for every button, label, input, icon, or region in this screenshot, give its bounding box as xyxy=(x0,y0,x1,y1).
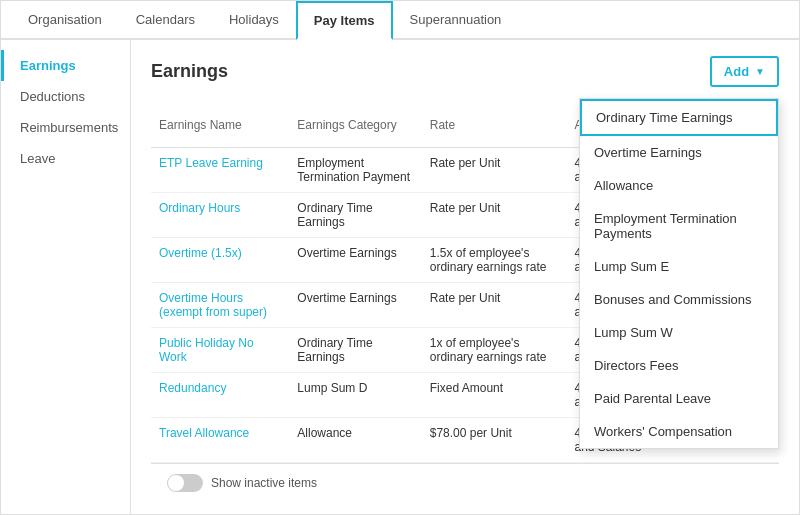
dropdown-item-lump-sum-w[interactable]: Lump Sum W xyxy=(580,316,778,349)
dropdown-item-bonuses-commissions[interactable]: Bonuses and Commissions xyxy=(580,283,778,316)
col-header-2: Rate xyxy=(422,103,567,148)
row-4-rate: 1x of employee's ordinary earnings rate xyxy=(422,328,567,373)
row-3-rate: Rate per Unit xyxy=(422,283,567,328)
content-header: Earnings Add ▼ Ordinary Time EarningsOve… xyxy=(151,56,779,87)
show-inactive-toggle[interactable] xyxy=(167,474,203,492)
row-6-category: Allowance xyxy=(289,418,421,463)
footer: Show inactive items xyxy=(151,463,779,502)
sidebar-item-earnings[interactable]: Earnings xyxy=(1,50,130,81)
add-button-wrapper: Add ▼ Ordinary Time EarningsOvertime Ear… xyxy=(710,56,779,87)
dropdown-item-lump-sum-e[interactable]: Lump Sum E xyxy=(580,250,778,283)
row-0-name[interactable]: ETP Leave Earning xyxy=(151,148,289,193)
top-nav-tab-organisation[interactable]: Organisation xyxy=(11,1,119,40)
app-container: OrganisationCalendarsHolidaysPay ItemsSu… xyxy=(0,0,800,515)
row-0-category: Employment Termination Payment xyxy=(289,148,421,193)
sidebar: EarningsDeductionsReimbursementsLeave xyxy=(1,40,131,514)
add-button[interactable]: Add ▼ xyxy=(710,56,779,87)
top-nav-tab-calendars[interactable]: Calendars xyxy=(119,1,212,40)
row-3-category: Overtime Earnings xyxy=(289,283,421,328)
page-title: Earnings xyxy=(151,61,228,82)
sidebar-item-deductions[interactable]: Deductions xyxy=(1,81,130,112)
row-6-rate: $78.00 per Unit xyxy=(422,418,567,463)
top-nav: OrganisationCalendarsHolidaysPay ItemsSu… xyxy=(1,1,799,40)
row-5-name[interactable]: Redundancy xyxy=(151,373,289,418)
dropdown-item-employment-termination[interactable]: Employment Termination Payments xyxy=(580,202,778,250)
dropdown-item-workers-compensation[interactable]: Workers' Compensation xyxy=(580,415,778,448)
row-2-category: Overtime Earnings xyxy=(289,238,421,283)
row-6-name[interactable]: Travel Allowance xyxy=(151,418,289,463)
row-5-category: Lump Sum D xyxy=(289,373,421,418)
row-1-name[interactable]: Ordinary Hours xyxy=(151,193,289,238)
row-4-category: Ordinary Time Earnings xyxy=(289,328,421,373)
row-2-rate: 1.5x of employee's ordinary earnings rat… xyxy=(422,238,567,283)
row-3-name[interactable]: Overtime Hours (exempt from super) xyxy=(151,283,289,328)
top-nav-tab-superannuation[interactable]: Superannuation xyxy=(393,1,519,40)
dropdown-item-ordinary-time-earnings[interactable]: Ordinary Time Earnings xyxy=(580,99,778,136)
top-nav-tab-pay-items[interactable]: Pay Items xyxy=(296,1,393,40)
dropdown-item-overtime-earnings[interactable]: Overtime Earnings xyxy=(580,136,778,169)
main-content: EarningsDeductionsReimbursementsLeave Ea… xyxy=(1,40,799,514)
toggle-label: Show inactive items xyxy=(211,476,317,490)
dropdown-item-allowance[interactable]: Allowance xyxy=(580,169,778,202)
toggle-knob xyxy=(168,475,184,491)
row-1-category: Ordinary Time Earnings xyxy=(289,193,421,238)
sidebar-item-leave[interactable]: Leave xyxy=(1,143,130,174)
row-2-name[interactable]: Overtime (1.5x) xyxy=(151,238,289,283)
row-4-name[interactable]: Public Holiday No Work xyxy=(151,328,289,373)
col-header-1: Earnings Category xyxy=(289,103,421,148)
sidebar-item-reimbursements[interactable]: Reimbursements xyxy=(1,112,130,143)
chevron-down-icon: ▼ xyxy=(755,66,765,77)
dropdown-item-paid-parental-leave[interactable]: Paid Parental Leave xyxy=(580,382,778,415)
dropdown-menu: Ordinary Time EarningsOvertime EarningsA… xyxy=(579,98,779,449)
row-1-rate: Rate per Unit xyxy=(422,193,567,238)
row-5-rate: Fixed Amount xyxy=(422,373,567,418)
row-0-rate: Rate per Unit xyxy=(422,148,567,193)
top-nav-tab-holidays[interactable]: Holidays xyxy=(212,1,296,40)
dropdown-item-directors-fees[interactable]: Directors Fees xyxy=(580,349,778,382)
col-header-0: Earnings Name xyxy=(151,103,289,148)
content-area: Earnings Add ▼ Ordinary Time EarningsOve… xyxy=(131,40,799,514)
